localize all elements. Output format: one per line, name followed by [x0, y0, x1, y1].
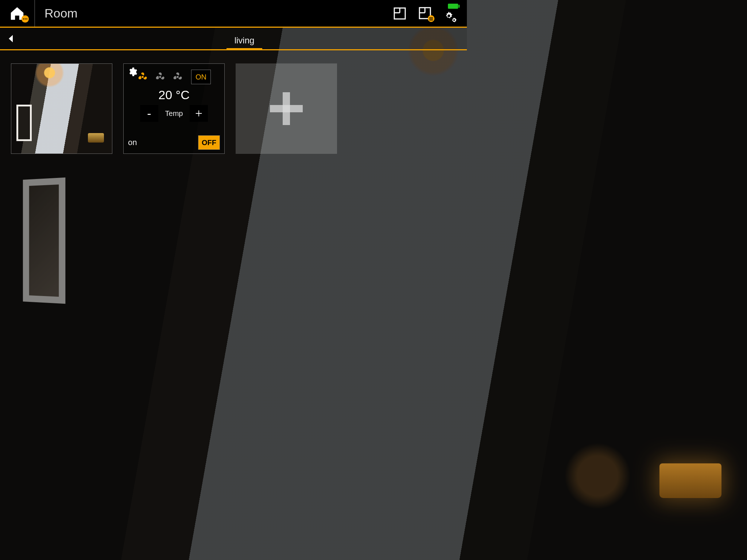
tab-strip: living [0, 28, 467, 50]
svg-point-1 [23, 19, 24, 20]
floorplan-list-button[interactable] [418, 6, 433, 21]
decor-mirror [23, 178, 65, 304]
gears-icon [444, 11, 458, 23]
fan-icon [155, 71, 166, 82]
layout-button[interactable] [392, 6, 407, 21]
layout-icon [392, 6, 407, 21]
top-bar: Room [0, 0, 467, 28]
ac-temperature-value: 20 °C [128, 88, 220, 102]
topbar-actions [392, 4, 467, 23]
fan-speed-1-button[interactable] [137, 71, 148, 82]
plus-icon [195, 109, 203, 117]
fan-speed-3-button[interactable] [172, 71, 183, 82]
tab-living[interactable]: living [227, 35, 263, 49]
svg-point-3 [26, 19, 27, 20]
temp-decrease-button[interactable]: - [140, 105, 158, 122]
back-icon [7, 34, 15, 43]
page-title: Room [44, 6, 78, 20]
ac-status: on [128, 138, 137, 147]
room-tabs: living [22, 28, 467, 49]
svg-point-15 [453, 19, 455, 21]
battery-indicator-icon [448, 4, 458, 9]
fan-icon [137, 71, 148, 82]
settings-button[interactable] [444, 4, 458, 23]
svg-point-17 [159, 76, 161, 78]
plus-icon [270, 92, 303, 125]
thumb-decor-frame [16, 105, 32, 141]
svg-point-16 [142, 76, 144, 78]
temp-label: Temp [164, 109, 184, 118]
svg-point-14 [448, 14, 450, 17]
svg-rect-11 [429, 17, 433, 18]
fan-speed-2-button[interactable] [155, 71, 166, 82]
back-button[interactable] [0, 34, 22, 43]
home-button[interactable] [0, 0, 35, 27]
ac-settings-button[interactable] [127, 67, 138, 78]
add-widget-button[interactable] [236, 63, 337, 154]
svg-point-2 [25, 19, 26, 20]
ac-on-button[interactable]: ON [191, 70, 211, 84]
room-thumbnail-card[interactable] [11, 63, 112, 154]
svg-rect-13 [429, 20, 433, 20]
svg-point-18 [177, 76, 179, 78]
list-badge-icon [427, 15, 435, 22]
widgets-row: ON 20 °C - Temp on OFF [0, 50, 467, 167]
room-thumbnail-image [11, 64, 112, 153]
svg-rect-12 [429, 19, 433, 19]
ac-off-button[interactable]: OFF [198, 135, 220, 150]
ac-widget: ON 20 °C - Temp on OFF [123, 63, 225, 154]
temp-increase-button[interactable] [190, 105, 208, 122]
home-more-badge-icon [21, 15, 29, 23]
fan-icon [172, 71, 183, 82]
gear-icon [127, 67, 138, 77]
thumb-decor-lamp [88, 133, 104, 143]
